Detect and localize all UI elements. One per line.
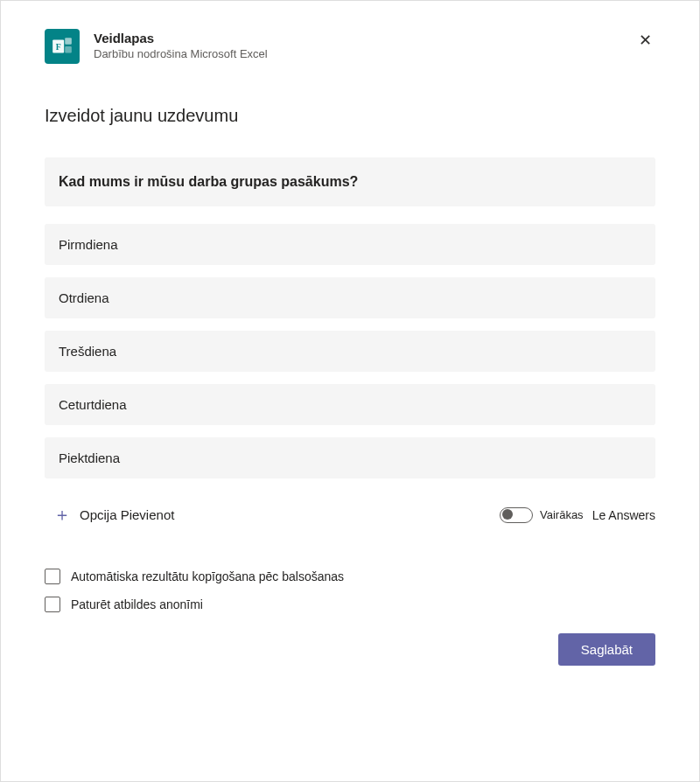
close-icon: ✕ [639, 31, 652, 49]
multiple-answers-toggle-wrap: Vairākas Le Answers [500, 507, 655, 523]
question-input[interactable] [45, 157, 655, 206]
auto-share-checkbox[interactable] [45, 569, 60, 584]
option-input-2[interactable] [45, 277, 655, 318]
forms-app-icon: F [45, 29, 80, 64]
option-input-4[interactable] [45, 384, 655, 425]
option-input-5[interactable] [45, 437, 655, 478]
close-button[interactable]: ✕ [635, 29, 655, 52]
svg-rect-3 [65, 46, 72, 53]
toggle-knob [502, 509, 513, 520]
toggle-label-1: Vairākas [540, 508, 584, 521]
add-option-label: Opcija Pievienot [80, 507, 174, 522]
app-title: Veidlapas [94, 31, 621, 45]
keep-anonymous-label: Paturēt atbildes anonīmi [71, 597, 203, 611]
dialog-header: F Veidlapas Darbību nodrošina Microsoft … [45, 29, 655, 64]
option-input-3[interactable] [45, 331, 655, 372]
app-subtitle: Darbību nodrošina Microsoft Excel [94, 47, 621, 60]
page-title: Izveidot jaunu uzdevumu [45, 106, 655, 126]
add-option-button[interactable]: ＋ Opcija Pievienot [45, 499, 174, 530]
keep-anonymous-checkbox[interactable] [45, 597, 60, 612]
plus-icon: ＋ [53, 503, 71, 527]
svg-text:F: F [56, 42, 61, 52]
auto-share-label: Automātiska rezultātu kopīgošana pēc bal… [71, 569, 344, 583]
toggle-label-2: Le Answers [592, 508, 655, 522]
multiple-answers-toggle[interactable] [500, 507, 533, 523]
option-input-1[interactable] [45, 224, 655, 265]
svg-rect-2 [65, 38, 72, 45]
save-button[interactable]: Saglabāt [558, 633, 655, 666]
